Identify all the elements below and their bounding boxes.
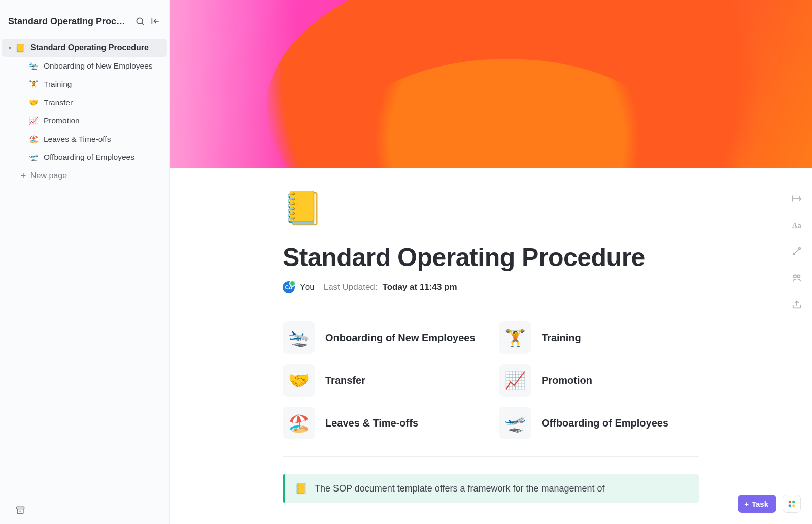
tree-item-leaves[interactable]: 🏖️ Leaves & Time-offs	[2, 130, 167, 148]
right-rail: Aa	[782, 193, 812, 310]
section-grid: 🛬 Onboarding of New Employees 🏋️ Trainin…	[283, 306, 699, 457]
section-label: Offboarding of Employees	[542, 417, 668, 429]
tree-item-transfer[interactable]: 🤝 Transfer	[2, 93, 167, 112]
tree-root[interactable]: ▾ 📒 Standard Operating Procedure	[2, 39, 167, 57]
section-link-promotion[interactable]: 📈 Promotion	[499, 364, 699, 397]
tree-item-label: Training	[44, 80, 72, 89]
section-link-offboarding[interactable]: 🛫 Offboarding of Employees	[499, 407, 699, 439]
plus-icon: +	[744, 500, 749, 508]
last-updated-label: Last Updated:	[324, 282, 378, 292]
section-label: Promotion	[542, 375, 592, 386]
callout-text: The SOP document template offers a frame…	[315, 483, 605, 494]
font-style-icon[interactable]: Aa	[791, 219, 802, 231]
main-area: 📒 Standard Operating Procedure CA You La…	[170, 0, 812, 524]
tree-item-offboarding[interactable]: 🛫 Offboarding of Employees	[2, 148, 167, 167]
section-link-onboarding[interactable]: 🛬 Onboarding of New Employees	[283, 321, 483, 354]
doc-meta: CA You Last Updated: Today at 11:43 pm	[283, 281, 699, 306]
page-emoji: 🛬	[27, 61, 40, 71]
new-page-button[interactable]: + New page	[2, 167, 167, 185]
new-page-label: New page	[30, 171, 67, 180]
doc-icon[interactable]: 📒	[283, 192, 699, 224]
svg-point-11	[794, 275, 797, 278]
search-icon[interactable]	[134, 15, 146, 27]
avatar[interactable]: CA	[283, 281, 295, 293]
tree-item-training[interactable]: 🏋️ Training	[2, 75, 167, 93]
section-label: Onboarding of New Employees	[325, 332, 476, 344]
svg-point-14	[789, 501, 791, 503]
caret-down-icon[interactable]: ▾	[5, 45, 14, 51]
section-emoji: 🤝	[283, 364, 315, 397]
svg-line-1	[142, 23, 144, 25]
page-emoji: 🏖️	[27, 135, 40, 144]
callout-emoji: 📒	[295, 482, 308, 495]
svg-rect-4	[17, 507, 24, 509]
section-emoji: 🛫	[499, 407, 531, 439]
page-emoji: 📈	[27, 116, 40, 125]
task-label: Task	[752, 500, 768, 508]
section-emoji: 🛬	[283, 321, 315, 354]
page-title[interactable]: Standard Operating Procedure	[283, 243, 699, 272]
bottom-right-actions: + Task	[738, 495, 801, 513]
plus-icon: +	[17, 171, 29, 181]
tree-item-label: Onboarding of New Employees	[44, 61, 153, 71]
sidebar-header: Standard Operating Procedure	[0, 0, 169, 37]
svg-point-16	[789, 504, 791, 507]
cover-image[interactable]	[170, 0, 812, 168]
section-link-leaves[interactable]: 🏖️ Leaves & Time-offs	[283, 407, 483, 439]
tree-root-label: Standard Operating Procedure	[30, 43, 149, 52]
section-label: Training	[542, 332, 581, 344]
ai-icon[interactable]	[791, 272, 802, 283]
document-body: 📒 Standard Operating Procedure CA You La…	[170, 168, 812, 524]
tree-item-onboarding[interactable]: 🛬 Onboarding of New Employees	[2, 57, 167, 75]
section-label: Leaves & Time-offs	[325, 417, 418, 429]
section-link-training[interactable]: 🏋️ Training	[499, 321, 699, 354]
section-emoji: 🏋️	[499, 321, 531, 354]
apps-button[interactable]	[783, 495, 801, 513]
new-task-button[interactable]: + Task	[738, 495, 776, 513]
callout-block[interactable]: 📒 The SOP document template offers a fra…	[283, 474, 699, 503]
archive-icon[interactable]	[0, 497, 169, 524]
relationships-icon[interactable]	[791, 246, 802, 257]
expand-width-icon[interactable]	[791, 193, 802, 204]
tree-item-label: Offboarding of Employees	[44, 153, 134, 162]
collapse-sidebar-icon[interactable]	[150, 15, 161, 27]
tree-item-label: Leaves & Time-offs	[44, 135, 111, 144]
svg-text:Aa: Aa	[792, 221, 802, 230]
section-emoji: 📈	[499, 364, 531, 397]
sidebar: Standard Operating Procedure ▾ 📒 Standar…	[0, 0, 170, 524]
page-tree: ▾ 📒 Standard Operating Procedure 🛬 Onboa…	[0, 37, 169, 185]
page-emoji: 📒	[14, 43, 26, 53]
svg-point-12	[797, 275, 800, 278]
tree-item-label: Transfer	[44, 98, 73, 107]
svg-point-15	[792, 501, 795, 503]
tree-item-promotion[interactable]: 📈 Promotion	[2, 112, 167, 130]
last-updated-time: Today at 11:43 pm	[383, 282, 457, 292]
tree-item-label: Promotion	[44, 116, 80, 125]
share-icon[interactable]	[791, 299, 802, 310]
svg-point-0	[137, 18, 143, 24]
page-emoji: 🏋️	[27, 80, 40, 89]
sidebar-title: Standard Operating Procedure	[8, 16, 130, 27]
section-link-transfer[interactable]: 🤝 Transfer	[283, 364, 483, 397]
section-emoji: 🏖️	[283, 407, 315, 439]
section-label: Transfer	[325, 375, 365, 386]
page-emoji: 🛫	[27, 153, 40, 162]
svg-point-17	[792, 504, 795, 507]
author-label: You	[300, 282, 315, 292]
page-emoji: 🤝	[27, 98, 40, 107]
